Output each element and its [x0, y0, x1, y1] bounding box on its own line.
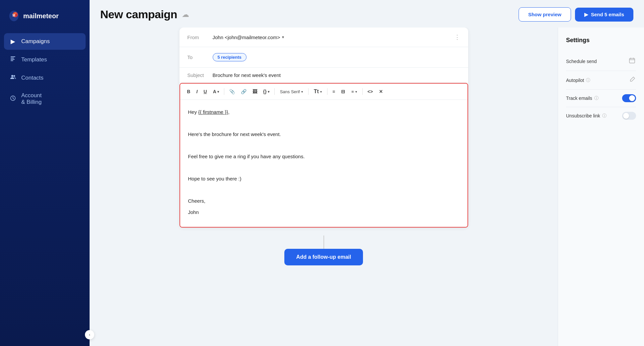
send-icon: ▶ [584, 12, 588, 18]
track-emails-toggle-switch[interactable] [622, 94, 636, 102]
unsubscribe-toggle[interactable] [622, 112, 636, 120]
body-line-empty-1 [188, 119, 460, 128]
body-line-empty-2 [188, 141, 460, 150]
content-area: From John <john@mailmeteor.com> ▾ ⋮ To 5… [90, 28, 644, 346]
color-dropdown-arrow: ▾ [217, 90, 219, 94]
calendar-icon-button[interactable] [628, 56, 636, 66]
from-row: From John <john@mailmeteor.com> ▾ ⋮ [179, 28, 468, 47]
logo-area: M mailmeteor [0, 0, 90, 33]
sidebar-item-account-billing[interactable]: Account& Billing [4, 88, 86, 110]
toolbar-separator-5 [362, 88, 363, 95]
sidebar-item-label-account: Account& Billing [21, 92, 41, 105]
sidebar-collapse-button[interactable]: ‹ [85, 330, 94, 339]
sidebar-item-campaigns[interactable]: ▶ Campaigns [4, 33, 86, 50]
autopilot-text: Autopilot [566, 78, 584, 83]
paperclip-icon: 📎 [229, 89, 235, 94]
schedule-send-text: Schedule send [566, 59, 597, 64]
bold-button[interactable]: B [185, 87, 193, 96]
variable-button[interactable]: {} ▾ [261, 87, 272, 96]
track-emails-info-icon: ⓘ [594, 95, 599, 101]
body-line-greeting: Hey {{ firstname }}, [188, 108, 460, 116]
body-line-hope: Hope to see you there :) [188, 174, 460, 183]
track-emails-text: Track emails [566, 96, 592, 101]
autopilot-label: Autopilot ⓘ [566, 77, 590, 83]
from-email-text: John <john@mailmeteor.com> [213, 35, 280, 40]
add-followup-button[interactable]: Add a follow-up email [284, 249, 363, 265]
font-size-button[interactable]: Tt ▾ [311, 87, 324, 96]
unsubscribe-text: Unsubscribe link [566, 113, 600, 118]
variable-dropdown-arrow: ▾ [268, 90, 269, 94]
autopilot-info-icon: ⓘ [586, 77, 590, 83]
link-button[interactable]: 🔗 [239, 87, 249, 96]
numbered-list-button[interactable]: ⊟ [339, 87, 347, 96]
subject-input[interactable] [213, 72, 460, 78]
track-emails-row: Track emails ⓘ [566, 90, 636, 107]
logo-text: mailmeteor [23, 12, 59, 20]
toolbar-separator-1 [224, 88, 224, 95]
underline-button[interactable]: U [201, 87, 209, 96]
track-emails-label: Track emails ⓘ [566, 95, 599, 101]
autopilot-edit-button[interactable] [629, 76, 636, 85]
toolbar-separator-2 [274, 88, 275, 95]
to-row: To 5 recipients [179, 47, 468, 68]
sidebar-nav: ▶ Campaigns Templates Contacts Account& … [0, 33, 90, 346]
from-dropdown-arrow: ▾ [282, 35, 284, 39]
clear-format-icon: ✕ [379, 89, 383, 94]
font-dropdown-arrow: ▾ [301, 90, 303, 94]
from-label: From [187, 35, 207, 40]
schedule-send-action[interactable] [628, 56, 636, 66]
show-preview-button[interactable]: Show preview [519, 7, 571, 22]
track-emails-toggle[interactable] [622, 94, 636, 102]
send-emails-button[interactable]: ▶ Send 5 emails [575, 8, 633, 22]
variable-icon: {} [263, 89, 267, 94]
unsubscribe-label: Unsubscribe link ⓘ [566, 113, 607, 119]
sidebar-item-contacts[interactable]: Contacts [4, 69, 86, 86]
calendar-icon [629, 57, 635, 64]
editor-toolbar: B I U A ▾ 📎 🔗 [180, 84, 467, 100]
sidebar-item-label-campaigns: Campaigns [21, 38, 50, 45]
followup-connector-line [323, 236, 324, 249]
unsubscribe-toggle-switch[interactable] [622, 112, 636, 120]
schedule-send-row: Schedule send [566, 52, 636, 71]
font-family-button[interactable]: Sans Serif ▾ [277, 88, 306, 96]
send-button-label: Send 5 emails [591, 12, 624, 17]
composer-area: From John <john@mailmeteor.com> ▾ ⋮ To 5… [90, 28, 558, 346]
attach-button[interactable]: 📎 [227, 87, 237, 96]
clear-format-button[interactable]: ✕ [377, 87, 385, 96]
schedule-send-label: Schedule send [566, 59, 597, 64]
text-color-button[interactable]: A ▾ [211, 87, 221, 96]
bullet-list-button[interactable]: ≡ [330, 87, 337, 96]
toolbar-separator-3 [308, 88, 309, 95]
svg-rect-11 [629, 58, 635, 63]
align-dropdown-arrow: ▾ [355, 90, 357, 94]
image-button[interactable]: 🖼 [250, 87, 259, 96]
italic-button[interactable]: I [194, 87, 200, 96]
email-body-editor[interactable]: Hey {{ firstname }}, Here's the brochure… [180, 100, 467, 227]
autopilot-action[interactable] [629, 76, 636, 85]
sidebar: M mailmeteor ▶ Campaigns Templates Conta… [0, 0, 90, 346]
subject-label: Subject [187, 72, 207, 78]
from-value[interactable]: John <john@mailmeteor.com> ▾ [213, 35, 284, 40]
font-family-label: Sans Serif [280, 89, 300, 94]
unsubscribe-row: Unsubscribe link ⓘ [566, 107, 636, 124]
body-line-empty-3 [188, 164, 460, 172]
align-button[interactable]: ≡ ▾ [349, 88, 360, 96]
email-more-options[interactable]: ⋮ [454, 34, 460, 41]
to-label: To [187, 54, 207, 60]
body-line-name: John [188, 208, 460, 217]
unsubscribe-info-icon: ⓘ [602, 113, 607, 119]
body-line-brochure: Here's the brochure for next week's even… [188, 130, 460, 139]
cloud-save-icon: ☁ [182, 10, 189, 19]
code-button[interactable]: <> [365, 87, 375, 96]
email-card: From John <john@mailmeteor.com> ▾ ⋮ To 5… [179, 28, 468, 228]
subject-row: Subject [179, 68, 468, 83]
campaigns-icon: ▶ [9, 38, 17, 45]
recipients-badge[interactable]: 5 recipients [213, 53, 247, 61]
settings-panel: Settings Schedule send [558, 28, 644, 346]
toolbar-separator-4 [327, 88, 327, 95]
chevron-left-icon: ‹ [89, 332, 90, 337]
image-icon: 🖼 [252, 89, 257, 94]
sidebar-item-templates[interactable]: Templates [4, 51, 86, 68]
link-icon: 🔗 [241, 89, 247, 94]
align-icon: ≡ [351, 89, 354, 94]
